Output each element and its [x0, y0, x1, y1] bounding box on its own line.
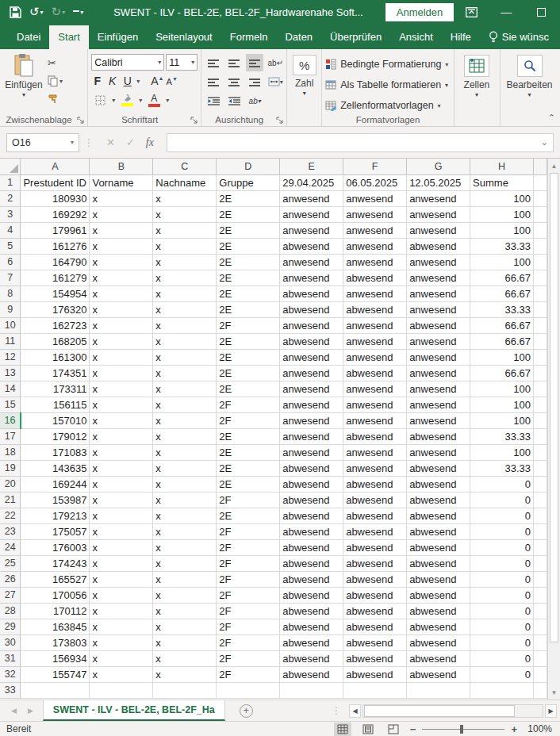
tab-hilfe[interactable]: Hilfe [442, 25, 480, 49]
cell[interactable]: x [153, 349, 217, 365]
cell[interactable]: x [90, 555, 153, 571]
cell[interactable]: anwesend [280, 365, 343, 381]
cell[interactable]: 33.33 [470, 301, 534, 317]
orientation-caret[interactable]: ▾ [258, 98, 261, 105]
customize-qat-button[interactable]: ▾ [70, 2, 86, 22]
cell[interactable]: 155747 [21, 666, 90, 682]
cell[interactable]: x [90, 254, 153, 270]
minimize-button[interactable]: — [489, 0, 524, 24]
paste-button[interactable]: Einfügen ▾ [3, 52, 44, 98]
zahl-button-label[interactable]: Zahl [295, 78, 313, 89]
align-top-button[interactable] [205, 54, 222, 71]
row-header-16[interactable]: 16 [0, 412, 21, 428]
tab-ansicht[interactable]: Ansicht [390, 25, 442, 49]
cell[interactable]: x [153, 476, 217, 492]
cell[interactable]: x [90, 428, 153, 444]
cell[interactable]: x [153, 270, 217, 286]
save-button[interactable] [6, 2, 25, 22]
cell[interactable]: anwesend [407, 286, 470, 301]
cell[interactable]: abwesend [280, 333, 343, 349]
cell[interactable]: x [90, 286, 153, 301]
cell[interactable] [533, 682, 547, 698]
cell[interactable]: anwesend [343, 206, 407, 222]
cell[interactable]: anwesend [343, 254, 407, 270]
italic-button[interactable]: K [106, 75, 118, 87]
cell[interactable]: 0 [470, 666, 534, 682]
cell[interactable]: 2F [217, 523, 280, 539]
cell[interactable]: x [153, 523, 217, 539]
cell[interactable]: 156934 [21, 650, 90, 666]
cell[interactable]: x [90, 206, 153, 222]
cell[interactable]: abwesend [407, 603, 470, 619]
row-header-1[interactable]: 1 [0, 174, 21, 190]
cell[interactable] [533, 634, 547, 650]
cell[interactable]: 2E [217, 190, 280, 206]
next-sheet-button[interactable]: ▶ [28, 707, 33, 715]
cell[interactable]: 156115 [21, 397, 90, 412]
cell[interactable] [533, 206, 547, 222]
cell[interactable]: x [153, 412, 217, 428]
row-header-7[interactable]: 7 [0, 270, 21, 286]
align-bottom-button[interactable] [246, 54, 263, 71]
cell[interactable]: 161276 [21, 238, 90, 254]
cell[interactable]: 164790 [21, 254, 90, 270]
cell[interactable]: abwesend [280, 666, 343, 682]
cell[interactable]: x [90, 397, 153, 412]
cell[interactable]: x [153, 286, 217, 301]
cell[interactable]: abwesend [407, 539, 470, 555]
cell[interactable]: x [153, 238, 217, 254]
cell[interactable]: abwesend [343, 555, 407, 571]
zellen-caret[interactable]: ▾ [475, 91, 478, 98]
cell[interactable]: 2E [217, 222, 280, 238]
cell[interactable]: x [153, 206, 217, 222]
cell[interactable] [533, 523, 547, 539]
undo-button[interactable]: ↺▾ [26, 2, 47, 22]
cell[interactable]: abwesend [280, 650, 343, 666]
cell[interactable]: x [90, 650, 153, 666]
cell[interactable]: x [90, 270, 153, 286]
cell[interactable]: 0 [470, 603, 534, 619]
cell[interactable]: 29.04.2025 [280, 174, 343, 190]
cell[interactable]: 2E [217, 349, 280, 365]
cell[interactable]: 161279 [21, 270, 90, 286]
redo-button[interactable]: ↻▾ [48, 2, 69, 22]
cell[interactable]: 100 [470, 190, 534, 206]
cell[interactable]: x [153, 571, 217, 587]
shrink-font-button[interactable]: A▼ [166, 76, 178, 86]
collapse-ribbon-chevron[interactable]: ⌃ [548, 113, 555, 123]
cell[interactable] [533, 492, 547, 508]
cell[interactable]: 2F [217, 571, 280, 587]
cell[interactable]: anwesend [407, 301, 470, 317]
cell[interactable]: Gruppe [217, 174, 280, 190]
cell[interactable]: 179012 [21, 428, 90, 444]
cell[interactable]: 174243 [21, 555, 90, 571]
cell[interactable]: 2E [217, 206, 280, 222]
cell[interactable]: anwesend [407, 270, 470, 286]
row-header-22[interactable]: 22 [0, 508, 21, 523]
paste-dropdown-caret[interactable]: ▾ [22, 91, 25, 98]
redo-dropdown-caret[interactable]: ▾ [62, 9, 65, 16]
horizontal-scrollbar-track[interactable] [362, 704, 543, 718]
cell[interactable]: x [153, 508, 217, 523]
cell[interactable]: 179961 [21, 222, 90, 238]
cell[interactable] [533, 254, 547, 270]
cell[interactable]: abwesend [280, 523, 343, 539]
cell[interactable]: abwesend [280, 539, 343, 555]
cell[interactable] [280, 682, 343, 698]
cell[interactable]: abwesend [407, 508, 470, 523]
cell[interactable]: 163845 [21, 619, 90, 634]
cell[interactable]: anwesend [280, 397, 343, 412]
cell[interactable]: abwesend [280, 460, 343, 476]
cell[interactable]: abwesend [280, 492, 343, 508]
cell[interactable]: anwesend [280, 206, 343, 222]
font-name-select[interactable]: Calibri▾ [91, 54, 164, 71]
cell[interactable]: x [90, 492, 153, 508]
column-header-D[interactable]: D [217, 159, 280, 174]
column-header-G[interactable]: G [407, 159, 470, 174]
cell[interactable]: x [90, 460, 153, 476]
cell[interactable]: x [90, 666, 153, 682]
cell[interactable]: 2F [217, 650, 280, 666]
row-header-30[interactable]: 30 [0, 634, 21, 650]
format-painter-button[interactable] [46, 91, 64, 107]
cell[interactable]: anwesend [407, 365, 470, 381]
